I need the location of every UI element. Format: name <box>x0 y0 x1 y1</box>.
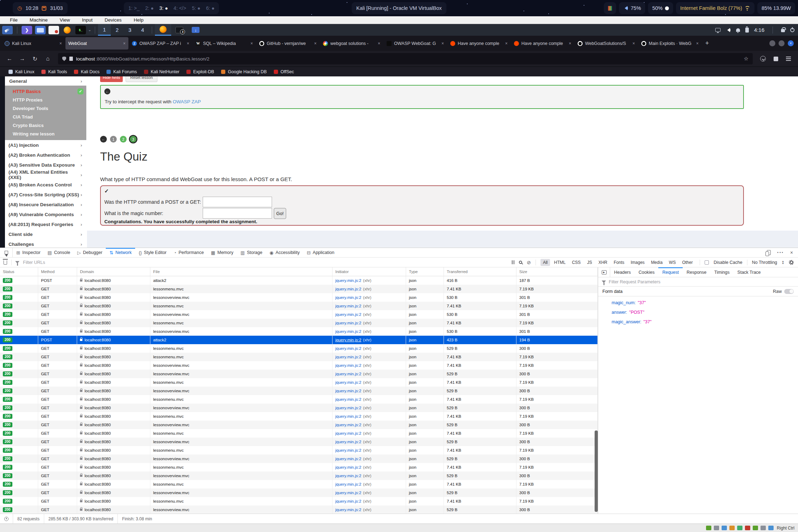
sidebar-lesson-http-proxies[interactable]: HTTP Proxies <box>5 96 86 104</box>
network-request-row[interactable]: 200GETlocalhost:8080lessonoverview.mvcjq… <box>0 488 598 497</box>
initiator-link[interactable]: jquery.min.js:2 <box>335 346 361 351</box>
initiator-link[interactable]: jquery.min.js:2 <box>335 448 361 452</box>
host-workspace-switcher[interactable]: 1: >_2: ●3: ●4: </>5: ●6: ● <box>124 2 219 14</box>
filter-chip-xhr[interactable]: XHR <box>596 259 610 266</box>
browser-tab[interactable]: WebGoatSolutions/S× <box>575 37 638 50</box>
browser-tab[interactable]: Have anyone comple× <box>511 37 574 50</box>
initiator-link[interactable]: jquery.min.js:2 <box>335 465 361 469</box>
browser-tab[interactable]: OWASP WebGoat: G× <box>384 37 447 50</box>
form-data-section-header[interactable]: Form data Raw <box>598 287 798 296</box>
filter-chip-other[interactable]: Other <box>680 259 695 266</box>
workspace-button-1[interactable]: 1 <box>98 24 111 36</box>
filter-chip-ws[interactable]: WS <box>666 259 678 266</box>
bookmark-item[interactable]: Exploit-DB <box>184 68 217 76</box>
form-data-param[interactable]: answer:"POST" <box>598 307 798 317</box>
column-header-initiator[interactable]: Initiator <box>332 267 406 276</box>
initiator-link[interactable]: jquery.min.js:2 <box>335 482 361 486</box>
downloads-folder-button[interactable]: ↓ <box>187 24 204 36</box>
kali-clock[interactable]: 4:16 <box>754 27 764 33</box>
initiator-link[interactable]: jquery.min.js:2 <box>335 508 361 512</box>
network-widget[interactable]: Internet Familie Bolz (77%) <box>676 2 754 14</box>
gear-icon[interactable] <box>789 260 794 265</box>
sidebar-category--a5-broken-access-control[interactable]: (A5) Broken Access Control› <box>5 180 86 190</box>
network-request-row[interactable]: 200GETlocalhost:8080lessonmenu.mvcjquery… <box>0 395 598 404</box>
terminal-launcher-icon[interactable]: ❯ <box>22 26 32 34</box>
column-header-transferred[interactable]: Transferred <box>444 267 516 276</box>
host-workspace-item[interactable]: 2: ● <box>145 5 154 11</box>
filter-chip-js[interactable]: JS <box>585 259 595 266</box>
column-header-type[interactable]: Type <box>406 267 444 276</box>
devtools-tab-style-editor[interactable]: {}Style Editor <box>135 248 170 257</box>
browser-tab[interactable]: webgoat solutions -× <box>320 37 383 50</box>
initiator-link[interactable]: jquery.min.js:2 <box>335 278 361 283</box>
initiator-link[interactable]: jquery.min.js:2 <box>335 380 361 384</box>
kali-apps-menu-button[interactable] <box>2 26 13 34</box>
tab-close-icon[interactable]: × <box>632 41 635 46</box>
network-request-row[interactable]: 200GETlocalhost:8080lessonoverview.mvcjq… <box>0 455 598 463</box>
devtools-tab-debugger[interactable]: ▷Debugger <box>74 248 106 257</box>
pick-element-button[interactable] <box>0 248 13 257</box>
detail-tab-response[interactable]: Response <box>683 267 710 277</box>
tab-close-icon[interactable]: × <box>569 41 571 46</box>
initiator-link[interactable]: jquery.min.js:2 <box>335 287 361 291</box>
maximize-button[interactable] <box>779 40 785 46</box>
menu-icon[interactable] <box>783 53 794 64</box>
reset-lesson-button[interactable]: Reset lesson <box>126 76 157 82</box>
tab-close-icon[interactable]: × <box>123 41 126 46</box>
tab-close-icon[interactable]: × <box>187 41 189 46</box>
host-workspace-item[interactable]: 1: >_ <box>128 5 140 11</box>
sidebar-category-challenges[interactable]: Challenges› <box>5 239 86 248</box>
network-request-row[interactable]: 200GETlocalhost:8080lessonoverview.mvcjq… <box>0 404 598 412</box>
host-workspace-item[interactable]: 4: </> <box>174 5 186 11</box>
workspace-button-3[interactable]: 3 <box>123 24 136 36</box>
sidebar-lesson-developer-tools[interactable]: Developer Tools <box>5 104 86 113</box>
filter-chip-css[interactable]: CSS <box>569 259 583 266</box>
disable-cache-label[interactable]: Disable Cache <box>713 260 742 265</box>
tab-close-icon[interactable]: × <box>250 41 253 46</box>
initiator-link[interactable]: jquery.min.js:2 <box>335 355 361 359</box>
power-icon[interactable] <box>790 28 794 32</box>
sidebar-category--a9-vulnerable-components[interactable]: (A9) Vulnerable Components› <box>5 209 86 219</box>
disable-cache-checkbox[interactable] <box>705 260 709 265</box>
initiator-link[interactable]: jquery.min.js:2 <box>335 414 361 418</box>
filter-request-parameters-input[interactable] <box>609 279 690 284</box>
browser-tab[interactable]: Have anyone comple× <box>447 37 510 50</box>
sidebar-category--a3-sensitive-data-exposure[interactable]: (A3) Sensitive Data Exposure› <box>5 160 86 170</box>
network-request-row[interactable]: 200GETlocalhost:8080lessonoverview.mvcjq… <box>0 505 598 514</box>
pause-traffic-icon[interactable] <box>512 260 515 264</box>
page-button-3[interactable]: 3 <box>130 136 137 143</box>
throttling-select[interactable]: No Throttling <box>752 260 777 265</box>
tab-close-icon[interactable]: × <box>314 41 317 46</box>
host-workspace-item[interactable]: 5: ● <box>192 5 200 11</box>
firefox-launcher-icon[interactable] <box>62 26 73 34</box>
filter-chip-all[interactable]: All <box>540 259 550 266</box>
devtools-tab-performance[interactable]: ◔Performance <box>170 248 207 257</box>
close-window-button[interactable]: × <box>788 40 794 46</box>
detail-tab-headers[interactable]: Headers <box>610 267 635 277</box>
initiator-link[interactable]: jquery.min.js:2 <box>335 295 361 300</box>
devtools-tab-memory[interactable]: ▦Memory <box>207 248 237 257</box>
host-workspace-item[interactable]: 3: ● <box>160 5 168 11</box>
bookmark-item[interactable]: OffSec <box>271 68 297 76</box>
initiator-link[interactable]: jquery.min.js:2 <box>335 431 361 435</box>
column-header-method[interactable]: Method <box>38 267 77 276</box>
sidebar-category--a8-insecure-deserialization[interactable]: (A8) Insecure Deserialization› <box>5 200 86 209</box>
devtools-tab-accessibility[interactable]: ◉Accessibility <box>266 248 303 257</box>
network-request-row[interactable]: 200GETlocalhost:8080lessonoverview.mvcjq… <box>0 387 598 395</box>
form-data-param[interactable]: magic_answer:"37" <box>598 317 798 326</box>
previous-hint-icon[interactable]: ← <box>104 88 110 94</box>
network-request-row[interactable]: 200GETlocalhost:8080lessonmenu.mvcjquery… <box>0 463 598 472</box>
volume-widget[interactable]: 75% <box>619 2 645 14</box>
initiator-link[interactable]: jquery.min.js:2 <box>335 389 361 393</box>
form-data-param[interactable]: magic_num:"37" <box>598 298 798 307</box>
vbox-menu-machine[interactable]: Machine <box>30 17 48 23</box>
devtools-tab-console[interactable]: ▤Console <box>44 248 74 257</box>
sidebar-category--a4-xml-external-entities-xxe-[interactable]: (A4) XML External Entities (XXE)› <box>5 170 86 180</box>
keyboard-layout-indicator[interactable] <box>604 2 616 14</box>
tab-close-icon[interactable]: × <box>378 41 380 46</box>
network-request-row[interactable]: 200GETlocalhost:8080lessonmenu.mvcjquery… <box>0 480 598 488</box>
go-button[interactable]: Go! <box>274 208 286 219</box>
workspace-button-2[interactable]: 2 <box>111 24 123 36</box>
owasp-zap-link[interactable]: OWASP ZAP <box>173 99 201 104</box>
network-request-row[interactable]: 200POSTlocalhost:8080attack2jquery.min.j… <box>0 336 598 344</box>
